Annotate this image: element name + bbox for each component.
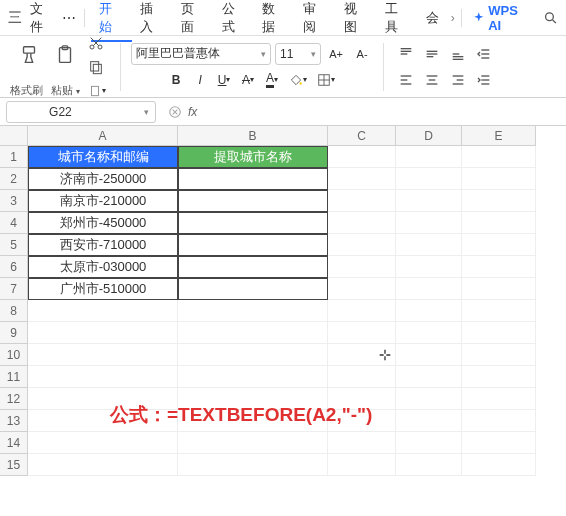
cell[interactable] — [462, 256, 536, 278]
cell[interactable] — [178, 454, 328, 476]
indent-decrease-button[interactable] — [472, 43, 496, 65]
cell[interactable] — [462, 322, 536, 344]
cut-button[interactable] — [84, 32, 108, 54]
cell[interactable] — [178, 256, 328, 278]
col-header-e[interactable]: E — [462, 126, 536, 146]
hamburger-icon[interactable]: 三 — [8, 9, 22, 27]
col-header-d[interactable]: D — [396, 126, 462, 146]
row-header[interactable]: 9 — [0, 322, 28, 344]
row-header[interactable]: 1 — [0, 146, 28, 168]
cell[interactable] — [28, 366, 178, 388]
row-header[interactable]: 5 — [0, 234, 28, 256]
cell[interactable] — [462, 300, 536, 322]
row-header[interactable]: 13 — [0, 410, 28, 432]
cell[interactable] — [178, 234, 328, 256]
format-painter-button[interactable] — [12, 40, 46, 70]
cell[interactable] — [328, 300, 396, 322]
name-box[interactable]: G22 ▾ — [6, 101, 156, 123]
cell[interactable] — [462, 234, 536, 256]
more-menu[interactable]: ⋯ — [62, 10, 76, 26]
cell[interactable] — [396, 234, 462, 256]
cell[interactable] — [178, 300, 328, 322]
cell[interactable] — [396, 212, 462, 234]
cell[interactable] — [328, 256, 396, 278]
tab-tools[interactable]: 工具 — [377, 0, 418, 42]
font-size-select[interactable]: 11 ▾ — [275, 43, 321, 65]
wps-ai-button[interactable]: WPS AI — [472, 3, 533, 33]
col-header-c[interactable]: C — [328, 126, 396, 146]
cell[interactable] — [462, 366, 536, 388]
cell[interactable] — [396, 454, 462, 476]
cell[interactable] — [396, 322, 462, 344]
cell[interactable] — [396, 190, 462, 212]
file-menu[interactable]: 文件 — [30, 0, 54, 36]
align-bottom-button[interactable] — [446, 43, 470, 65]
cell[interactable] — [396, 300, 462, 322]
cell[interactable] — [178, 190, 328, 212]
cell[interactable] — [396, 388, 462, 410]
cell[interactable] — [462, 212, 536, 234]
row-header[interactable]: 11 — [0, 366, 28, 388]
cell[interactable] — [328, 366, 396, 388]
cell[interactable] — [328, 322, 396, 344]
cell[interactable] — [328, 168, 396, 190]
cell[interactable]: 济南市-250000 — [28, 168, 178, 190]
cell[interactable] — [178, 432, 328, 454]
indent-increase-button[interactable] — [472, 69, 496, 91]
cell[interactable] — [178, 278, 328, 300]
copy-button[interactable] — [84, 56, 108, 78]
col-header-b[interactable]: B — [178, 126, 328, 146]
row-header[interactable]: 14 — [0, 432, 28, 454]
cell[interactable] — [328, 278, 396, 300]
align-top-button[interactable] — [394, 43, 418, 65]
tab-data[interactable]: 数据 — [254, 0, 295, 42]
cell[interactable]: 南京市-210000 — [28, 190, 178, 212]
tab-page[interactable]: 页面 — [173, 0, 214, 42]
row-header[interactable]: 4 — [0, 212, 28, 234]
bold-button[interactable]: B — [165, 69, 187, 91]
row-header[interactable]: 2 — [0, 168, 28, 190]
cell[interactable] — [462, 278, 536, 300]
font-decrease-button[interactable]: A- — [351, 43, 373, 65]
cell[interactable] — [396, 168, 462, 190]
underline-button[interactable]: U▾ — [213, 69, 235, 91]
cell[interactable] — [462, 168, 536, 190]
font-increase-button[interactable]: A+ — [325, 43, 347, 65]
paste-label[interactable]: 粘贴 ▾ — [51, 83, 80, 98]
cell[interactable]: 城市名称和邮编 — [28, 146, 178, 168]
cell[interactable]: 太原市-030000 — [28, 256, 178, 278]
tab-extra[interactable]: 会 — [418, 3, 447, 33]
row-header[interactable]: 3 — [0, 190, 28, 212]
row-header[interactable]: 7 — [0, 278, 28, 300]
cell[interactable]: 西安市-710000 — [28, 234, 178, 256]
tab-view[interactable]: 视图 — [336, 0, 377, 42]
cell[interactable] — [328, 212, 396, 234]
tab-formula[interactable]: 公式 — [214, 0, 255, 42]
fx-label[interactable]: fx — [188, 105, 197, 119]
cancel-fx-icon[interactable] — [168, 105, 182, 119]
col-header-a[interactable]: A — [28, 126, 178, 146]
italic-button[interactable]: I — [189, 69, 211, 91]
search-icon[interactable] — [543, 10, 559, 26]
cell[interactable] — [328, 454, 396, 476]
row-header[interactable]: 15 — [0, 454, 28, 476]
cell[interactable] — [462, 190, 536, 212]
cell[interactable] — [462, 146, 536, 168]
align-middle-button[interactable] — [420, 43, 444, 65]
cell[interactable] — [28, 322, 178, 344]
cell[interactable] — [328, 190, 396, 212]
cell[interactable] — [462, 410, 536, 432]
cell[interactable] — [328, 146, 396, 168]
font-name-select[interactable]: 阿里巴巴普惠体 ▾ — [131, 43, 271, 65]
cell[interactable] — [462, 388, 536, 410]
clipboard-more-button[interactable]: ▾ — [84, 80, 110, 102]
cell[interactable] — [396, 278, 462, 300]
borders-button[interactable]: ▾ — [313, 69, 339, 91]
cell[interactable] — [462, 454, 536, 476]
align-center-button[interactable] — [420, 69, 444, 91]
row-header[interactable]: 12 — [0, 388, 28, 410]
fill-color-button[interactable]: ▾ — [285, 69, 311, 91]
cell[interactable] — [328, 234, 396, 256]
cell[interactable] — [28, 300, 178, 322]
cell[interactable] — [396, 366, 462, 388]
